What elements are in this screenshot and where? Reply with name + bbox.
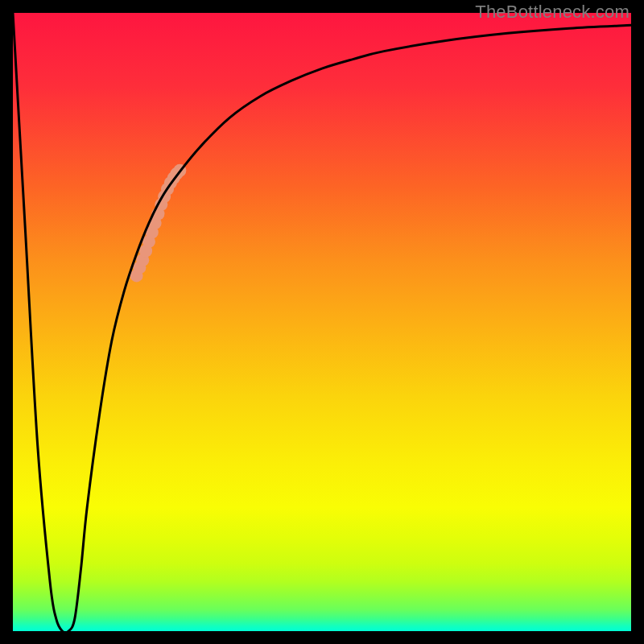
highlight-segment [130, 164, 187, 283]
bottleneck-curve [13, 13, 631, 631]
chart-frame: TheBottleneck.com [0, 0, 644, 644]
plot-area [13, 13, 631, 631]
curve-svg [13, 13, 631, 631]
watermark-text: TheBottleneck.com [475, 2, 630, 23]
